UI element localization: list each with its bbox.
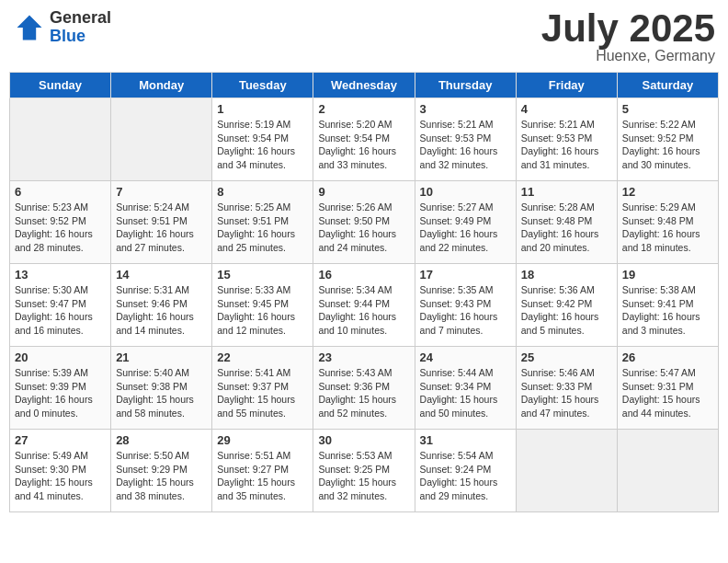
header: General Blue July 2025 Huenxe, Germany <box>9 9 719 64</box>
day-info: Sunrise: 5:34 AM Sunset: 9:44 PM Dayligh… <box>318 283 409 338</box>
day-number: 16 <box>318 268 409 282</box>
day-number: 1 <box>217 102 308 116</box>
day-number: 13 <box>15 268 106 282</box>
calendar-cell: 31Sunrise: 5:54 AM Sunset: 9:24 PM Dayli… <box>415 430 516 512</box>
calendar-cell: 6Sunrise: 5:23 AM Sunset: 9:52 PM Daylig… <box>10 181 111 264</box>
day-info: Sunrise: 5:36 AM Sunset: 9:42 PM Dayligh… <box>521 283 612 338</box>
day-info: Sunrise: 5:46 AM Sunset: 9:33 PM Dayligh… <box>521 366 612 420</box>
day-number: 5 <box>622 102 713 116</box>
day-number: 15 <box>217 268 308 282</box>
calendar-cell: 29Sunrise: 5:51 AM Sunset: 9:27 PM Dayli… <box>212 430 313 512</box>
day-number: 12 <box>622 185 713 199</box>
calendar-cell: 18Sunrise: 5:36 AM Sunset: 9:42 PM Dayli… <box>516 264 617 347</box>
day-number: 24 <box>420 350 511 364</box>
day-number: 17 <box>420 268 511 282</box>
day-info: Sunrise: 5:25 AM Sunset: 9:51 PM Dayligh… <box>217 201 308 255</box>
calendar-cell: 19Sunrise: 5:38 AM Sunset: 9:41 PM Dayli… <box>617 264 718 347</box>
day-info: Sunrise: 5:40 AM Sunset: 9:38 PM Dayligh… <box>116 366 207 420</box>
day-info: Sunrise: 5:26 AM Sunset: 9:50 PM Dayligh… <box>318 201 409 255</box>
day-number: 27 <box>15 433 106 447</box>
calendar-cell: 16Sunrise: 5:34 AM Sunset: 9:44 PM Dayli… <box>313 264 415 347</box>
day-info: Sunrise: 5:43 AM Sunset: 9:36 PM Dayligh… <box>318 366 409 420</box>
day-info: Sunrise: 5:21 AM Sunset: 9:53 PM Dayligh… <box>420 118 511 172</box>
week-row-5: 27Sunrise: 5:49 AM Sunset: 9:30 PM Dayli… <box>10 430 719 512</box>
day-info: Sunrise: 5:54 AM Sunset: 9:24 PM Dayligh… <box>420 449 511 503</box>
calendar-cell: 12Sunrise: 5:29 AM Sunset: 9:48 PM Dayli… <box>617 181 718 264</box>
day-number: 29 <box>217 433 308 447</box>
calendar-cell: 10Sunrise: 5:27 AM Sunset: 9:49 PM Dayli… <box>415 181 516 264</box>
svg-marker-0 <box>17 15 42 40</box>
calendar-cell: 5Sunrise: 5:22 AM Sunset: 9:52 PM Daylig… <box>617 98 718 181</box>
day-header-monday: Monday <box>111 73 212 98</box>
calendar-cell <box>10 98 111 181</box>
week-row-4: 20Sunrise: 5:39 AM Sunset: 9:39 PM Dayli… <box>10 347 719 430</box>
calendar-cell: 20Sunrise: 5:39 AM Sunset: 9:39 PM Dayli… <box>10 347 111 430</box>
day-info: Sunrise: 5:23 AM Sunset: 9:52 PM Dayligh… <box>15 201 106 255</box>
calendar-cell: 11Sunrise: 5:28 AM Sunset: 9:48 PM Dayli… <box>516 181 617 264</box>
day-number: 2 <box>318 102 409 116</box>
calendar-cell <box>617 430 718 512</box>
day-number: 9 <box>318 185 409 199</box>
day-info: Sunrise: 5:28 AM Sunset: 9:48 PM Dayligh… <box>521 201 612 255</box>
calendar-cell: 27Sunrise: 5:49 AM Sunset: 9:30 PM Dayli… <box>10 430 111 512</box>
month-title: July 2025 <box>541 9 715 48</box>
day-number: 18 <box>521 268 612 282</box>
day-info: Sunrise: 5:29 AM Sunset: 9:48 PM Dayligh… <box>622 201 713 255</box>
calendar-cell: 22Sunrise: 5:41 AM Sunset: 9:37 PM Dayli… <box>212 347 313 430</box>
day-number: 6 <box>15 185 106 199</box>
day-info: Sunrise: 5:50 AM Sunset: 9:29 PM Dayligh… <box>116 449 207 503</box>
calendar-cell: 28Sunrise: 5:50 AM Sunset: 9:29 PM Dayli… <box>111 430 212 512</box>
logo-blue: Blue <box>50 28 111 46</box>
day-number: 8 <box>217 185 308 199</box>
day-info: Sunrise: 5:19 AM Sunset: 9:54 PM Dayligh… <box>217 118 308 172</box>
day-number: 28 <box>116 433 207 447</box>
logo-text: General Blue <box>50 9 111 46</box>
day-number: 19 <box>622 268 713 282</box>
calendar-cell: 17Sunrise: 5:35 AM Sunset: 9:43 PM Dayli… <box>415 264 516 347</box>
logo-general: General <box>50 9 111 28</box>
day-header-thursday: Thursday <box>415 73 516 98</box>
calendar-cell: 4Sunrise: 5:21 AM Sunset: 9:53 PM Daylig… <box>516 98 617 181</box>
day-info: Sunrise: 5:31 AM Sunset: 9:46 PM Dayligh… <box>116 283 207 338</box>
day-info: Sunrise: 5:35 AM Sunset: 9:43 PM Dayligh… <box>420 283 511 338</box>
day-number: 7 <box>116 185 207 199</box>
day-number: 23 <box>318 350 409 364</box>
calendar-cell: 9Sunrise: 5:26 AM Sunset: 9:50 PM Daylig… <box>313 181 415 264</box>
calendar-cell: 8Sunrise: 5:25 AM Sunset: 9:51 PM Daylig… <box>212 181 313 264</box>
week-row-3: 13Sunrise: 5:30 AM Sunset: 9:47 PM Dayli… <box>10 264 719 347</box>
day-number: 31 <box>420 433 511 447</box>
calendar-cell: 30Sunrise: 5:53 AM Sunset: 9:25 PM Dayli… <box>313 430 415 512</box>
day-info: Sunrise: 5:38 AM Sunset: 9:41 PM Dayligh… <box>622 283 713 338</box>
calendar-cell <box>111 98 212 181</box>
day-info: Sunrise: 5:22 AM Sunset: 9:52 PM Dayligh… <box>622 118 713 172</box>
location-title: Huenxe, Germany <box>541 48 715 64</box>
day-info: Sunrise: 5:33 AM Sunset: 9:45 PM Dayligh… <box>217 283 308 338</box>
day-number: 10 <box>420 185 511 199</box>
day-number: 11 <box>521 185 612 199</box>
day-info: Sunrise: 5:30 AM Sunset: 9:47 PM Dayligh… <box>15 283 106 338</box>
logo: General Blue <box>13 9 111 46</box>
day-info: Sunrise: 5:51 AM Sunset: 9:27 PM Dayligh… <box>217 449 308 503</box>
day-info: Sunrise: 5:44 AM Sunset: 9:34 PM Dayligh… <box>420 366 511 420</box>
header-row: SundayMondayTuesdayWednesdayThursdayFrid… <box>10 73 719 98</box>
week-row-2: 6Sunrise: 5:23 AM Sunset: 9:52 PM Daylig… <box>10 181 719 264</box>
calendar-cell: 23Sunrise: 5:43 AM Sunset: 9:36 PM Dayli… <box>313 347 415 430</box>
logo-icon <box>13 11 46 44</box>
day-number: 3 <box>420 102 511 116</box>
day-header-wednesday: Wednesday <box>313 73 415 98</box>
day-info: Sunrise: 5:53 AM Sunset: 9:25 PM Dayligh… <box>318 449 409 503</box>
calendar-cell: 15Sunrise: 5:33 AM Sunset: 9:45 PM Dayli… <box>212 264 313 347</box>
calendar-cell: 25Sunrise: 5:46 AM Sunset: 9:33 PM Dayli… <box>516 347 617 430</box>
calendar-cell: 2Sunrise: 5:20 AM Sunset: 9:54 PM Daylig… <box>313 98 415 181</box>
calendar-cell: 24Sunrise: 5:44 AM Sunset: 9:34 PM Dayli… <box>415 347 516 430</box>
day-header-saturday: Saturday <box>617 73 718 98</box>
calendar-cell: 13Sunrise: 5:30 AM Sunset: 9:47 PM Dayli… <box>10 264 111 347</box>
calendar-cell: 21Sunrise: 5:40 AM Sunset: 9:38 PM Dayli… <box>111 347 212 430</box>
day-info: Sunrise: 5:27 AM Sunset: 9:49 PM Dayligh… <box>420 201 511 255</box>
day-header-tuesday: Tuesday <box>212 73 313 98</box>
day-info: Sunrise: 5:21 AM Sunset: 9:53 PM Dayligh… <box>521 118 612 172</box>
day-number: 22 <box>217 350 308 364</box>
day-info: Sunrise: 5:49 AM Sunset: 9:30 PM Dayligh… <box>15 449 106 503</box>
day-info: Sunrise: 5:41 AM Sunset: 9:37 PM Dayligh… <box>217 366 308 420</box>
day-number: 26 <box>622 350 713 364</box>
